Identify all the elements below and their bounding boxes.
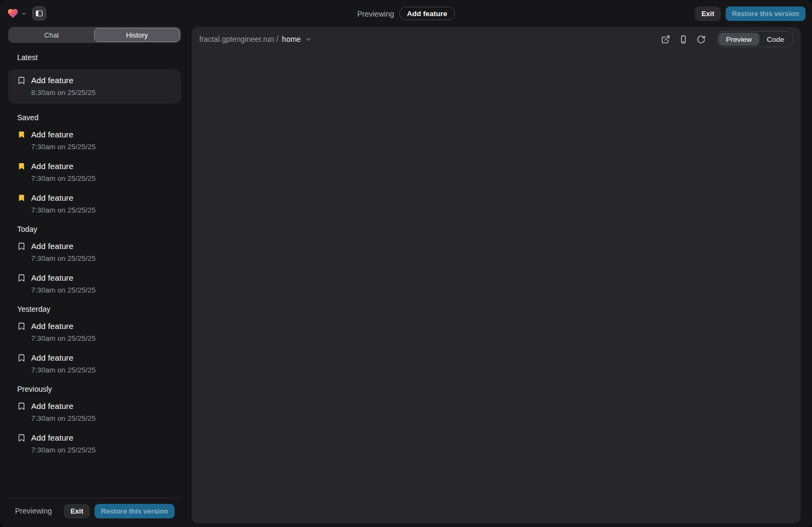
history-sidebar: ChatHistory Latest Add feature 8:30am on… [8, 27, 181, 523]
restore-version-button[interactable]: Restore this version [726, 6, 806, 21]
preview-pane: fractal.gptengineer.run / home [192, 27, 801, 523]
history-item-title: Add feature [31, 321, 74, 332]
history-list[interactable]: Latest Add feature 8:30am on 25/25/25 Sa… [8, 43, 181, 498]
history-item-time: 7:30am on 25/25/25 [31, 334, 172, 343]
refresh-button[interactable] [694, 32, 708, 46]
history-item-title: Add feature [31, 433, 74, 443]
mobile-view-button[interactable] [677, 32, 691, 46]
history-item-time: 7:30am on 25/25/25 [31, 365, 172, 375]
content-area: ChatHistory Latest Add feature 8:30am on… [0, 27, 812, 527]
preview-url-prefix: fractal.gptengineer.run / [199, 35, 278, 43]
open-external-button[interactable] [659, 32, 673, 46]
bookmark-icon [17, 322, 26, 331]
preview-status: Previewing Add feature [357, 7, 455, 20]
bookmark-icon [17, 76, 26, 85]
history-item-time: 7:30am on 25/25/25 [31, 286, 172, 295]
history-section-items: Add feature 7:30am on 25/25/25 Add featu… [8, 129, 181, 215]
chevron-down-icon [305, 36, 312, 43]
history-section-items: Add feature 8:30am on 25/25/25 [8, 69, 181, 104]
bookmark-saved-icon [17, 130, 26, 139]
chevron-down-icon [21, 11, 27, 17]
history-item-title: Add feature [31, 353, 74, 363]
history-item[interactable]: Add feature 7:30am on 25/25/25 [8, 433, 181, 455]
top-bar: Previewing Add feature Exit Restore this… [0, 0, 812, 27]
view-tab-code[interactable]: Code [759, 33, 792, 46]
history-section: Previously Add feature 7:30am on 25/25/2… [8, 385, 181, 455]
history-item-time: 8:30am on 25/25/25 [31, 88, 172, 98]
tab-history[interactable]: History [94, 28, 180, 42]
history-section-items: Add feature 7:30am on 25/25/25 Add featu… [8, 401, 181, 455]
sidebar-footer: Previewing Exit Restore this version [8, 498, 181, 523]
history-item-title: Add feature [31, 273, 74, 283]
logo-group[interactable] [6, 7, 27, 20]
footer-previewing-label: Previewing [15, 507, 52, 515]
bookmark-icon [17, 274, 26, 282]
footer-restore-version-button[interactable]: Restore this version [95, 504, 175, 518]
history-section-items: Add feature 7:30am on 25/25/25 Add featu… [8, 321, 181, 375]
view-mode-toggle: PreviewCode [717, 31, 793, 47]
history-item[interactable]: Add feature 7:30am on 25/25/25 [8, 321, 181, 343]
bookmark-icon [17, 354, 26, 362]
history-item-title: Add feature [31, 193, 74, 203]
history-section-items: Add feature 7:30am on 25/25/25 Add featu… [8, 241, 181, 295]
history-item-time: 7:30am on 25/25/25 [31, 445, 172, 455]
footer-exit-button[interactable]: Exit [64, 504, 90, 518]
version-badge[interactable]: Add feature [400, 7, 455, 20]
history-item[interactable]: Add feature 7:30am on 25/25/25 [8, 273, 181, 295]
history-section: Saved Add feature 7:30am on 25/25/25 [8, 113, 181, 215]
history-item-time: 7:30am on 25/25/25 [31, 174, 172, 184]
app-window: Previewing Add feature Exit Restore this… [0, 0, 812, 527]
sidebar-tabs: ChatHistory [8, 27, 181, 43]
history-item-title: Add feature [31, 129, 74, 140]
preview-url-page: home [282, 35, 301, 43]
history-item-title: Add feature [31, 401, 74, 412]
smartphone-icon [679, 35, 688, 44]
history-section-title: Saved [8, 113, 181, 122]
history-section: Yesterday Add feature 7:30am on 25/25/25 [8, 305, 181, 375]
view-tab-preview[interactable]: Preview [719, 33, 759, 46]
history-item-time: 7:30am on 25/25/25 [31, 414, 172, 423]
refresh-icon [697, 35, 706, 44]
exit-button[interactable]: Exit [695, 6, 721, 21]
history-item-title: Add feature [31, 75, 74, 86]
history-item[interactable]: Add feature 7:30am on 25/25/25 [8, 129, 181, 152]
preview-url-selector[interactable]: fractal.gptengineer.run / home [199, 35, 312, 43]
tab-chat[interactable]: Chat [9, 28, 94, 42]
sidebar-toggle-icon [35, 9, 44, 18]
history-section-title: Latest [8, 53, 181, 62]
bookmark-icon [17, 434, 26, 442]
history-section-title: Previously [8, 385, 181, 394]
preview-pane-header: fractal.gptengineer.run / home [192, 27, 801, 52]
top-bar-actions: Exit Restore this version [695, 6, 806, 21]
bookmark-icon [17, 242, 26, 251]
previewing-label: Previewing [357, 9, 394, 18]
bookmark-saved-icon [17, 162, 26, 171]
history-item-time: 7:30am on 25/25/25 [31, 254, 172, 264]
history-item-time: 7:30am on 25/25/25 [31, 142, 172, 152]
history-item[interactable]: Add feature 7:30am on 25/25/25 [8, 193, 181, 215]
history-item-title: Add feature [31, 241, 74, 252]
heart-logo-icon [6, 7, 19, 20]
history-item[interactable]: Add feature 7:30am on 25/25/25 [8, 353, 181, 375]
external-link-icon [661, 35, 670, 44]
history-section: Latest Add feature 8:30am on 25/25/25 [8, 53, 181, 104]
preview-pane-actions: PreviewCode [659, 31, 793, 47]
bookmark-saved-icon [17, 194, 26, 202]
bookmark-icon [17, 402, 26, 411]
history-item[interactable]: Add feature 7:30am on 25/25/25 [8, 161, 181, 184]
history-section: Today Add feature 7:30am on 25/25/25 [8, 225, 181, 295]
history-item-time: 7:30am on 25/25/25 [31, 206, 172, 215]
history-item[interactable]: Add feature 7:30am on 25/25/25 [8, 241, 181, 264]
history-section-title: Yesterday [8, 305, 181, 314]
history-item[interactable]: Add feature 7:30am on 25/25/25 [8, 401, 181, 423]
preview-viewport[interactable] [192, 52, 801, 523]
sidebar-toggle-button[interactable] [32, 6, 46, 20]
history-item[interactable]: Add feature 8:30am on 25/25/25 [8, 69, 181, 104]
history-section-title: Today [8, 225, 181, 234]
history-item-title: Add feature [31, 161, 74, 172]
